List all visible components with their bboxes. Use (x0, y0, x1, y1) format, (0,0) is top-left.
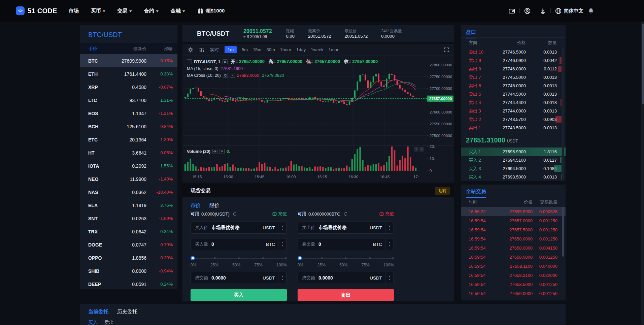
collapse-icon[interactable]: − (187, 59, 192, 64)
tab-history-orders[interactable]: 历史委托 (117, 308, 137, 315)
nav-item-交易[interactable]: 交易 (117, 8, 132, 14)
market-row-NEO[interactable]: NEO11.9900-1.40% (80, 172, 177, 186)
ma-cross-gear-icon[interactable] (223, 73, 228, 78)
tab-limit-price[interactable]: 限价 (209, 202, 219, 209)
market-row-BCH[interactable]: BCH125.6100-0.84% (80, 120, 177, 133)
percent-label-100%[interactable]: 100% (383, 263, 394, 267)
sell-recharge-link[interactable]: 充值 (379, 211, 394, 217)
ma-cross-close-icon[interactable]: × (230, 73, 235, 78)
interval-1hour[interactable]: 1hour (280, 47, 291, 52)
percent-label-100%[interactable]: 100% (276, 263, 287, 267)
subtab-buy[interactable]: 买入 (88, 320, 98, 325)
buy-slider-handle[interactable] (191, 256, 195, 260)
sell-price-stepper[interactable]: ▲▼ (385, 222, 394, 233)
percent-label-50%[interactable]: 50% (232, 263, 240, 267)
subtab-sell[interactable]: 卖出 (104, 320, 114, 325)
sell-qty-input[interactable] (318, 241, 370, 247)
buy-qty-input[interactable] (211, 241, 263, 247)
bid-row-3[interactable]: 买入 327694.50000.1084 (461, 164, 566, 173)
market-row-ELA[interactable]: ELA1.19193.76% (80, 199, 177, 212)
logo[interactable]: <> 51 CODE (16, 6, 57, 15)
nav-item-合约[interactable]: 合约 (144, 8, 159, 14)
indicator-icon[interactable] (199, 47, 204, 53)
percent-label-0%[interactable]: 0% (298, 263, 303, 267)
download-icon[interactable] (540, 8, 546, 14)
bid-row-1[interactable]: 买入 127695.99001.8116 (461, 148, 566, 156)
market-row-ETH[interactable]: ETH1761.44000.38% (80, 67, 177, 80)
bid-row-4[interactable]: 买入 427693.50000.0013 (461, 173, 566, 181)
ask-row-8[interactable]: 卖出 327744.00000.0013 (461, 107, 566, 115)
market-row-DOGE[interactable]: DOGE0.0747-0.70% (80, 238, 177, 251)
promo-button[interactable]: 领$1000 (197, 8, 225, 14)
realtime-tab[interactable]: 实时 (210, 47, 219, 53)
buy-total-input[interactable] (211, 275, 260, 281)
legend-gear-icon[interactable] (223, 59, 228, 64)
tab-market-price[interactable]: 市价 (191, 202, 201, 209)
interval-1week[interactable]: 1week (311, 47, 324, 52)
market-row-DEEP[interactable]: DEEP0.05910.24% (80, 278, 177, 289)
transfer-button[interactable]: 划转 (435, 187, 450, 195)
sell-slider-handle[interactable] (298, 256, 302, 260)
buy-price-input[interactable] (211, 225, 260, 230)
interval-5m[interactable]: 5m (242, 47, 248, 52)
market-row-BTC[interactable]: BTC27609.9900-0.15% (80, 54, 177, 67)
percent-label-75%[interactable]: 75% (362, 263, 370, 267)
percent-label-50%[interactable]: 50% (339, 263, 347, 267)
language-switcher[interactable]: 简体中文 (555, 8, 583, 14)
sell-percent-slider[interactable] (298, 256, 394, 260)
nav-item-买币[interactable]: 买币 (91, 8, 105, 14)
page-scrollbar-thumb[interactable] (642, 24, 644, 104)
percent-label-25%[interactable]: 25% (317, 263, 326, 267)
market-row-HT[interactable]: HT3.6641-0.05% (80, 146, 177, 159)
chart-settings-gear-icon[interactable] (188, 47, 193, 53)
ask-row-1[interactable]: 卖出 1027746.50000.0013 (461, 48, 566, 56)
market-row-SHIB[interactable]: SHIB0.0000-0.94% (80, 264, 177, 278)
nav-item-市场[interactable]: 市场 (69, 8, 79, 14)
percent-label-0%[interactable]: 0% (191, 263, 196, 267)
buy-recharge-link[interactable]: 充值 (272, 211, 287, 217)
sell-price-input[interactable] (318, 225, 367, 230)
buy-total-stepper[interactable]: ▲▼ (278, 272, 286, 284)
market-row-IOTA[interactable]: IOTA0.20921.55% (80, 159, 177, 172)
ask-row-6[interactable]: 卖出 527744.50000.0013 (461, 90, 566, 98)
volume-close-icon[interactable]: × (219, 149, 225, 154)
order-book-title[interactable]: 盘口 (466, 29, 476, 38)
pane-up-icon[interactable]: ↑ (414, 147, 418, 152)
market-row-OPPO[interactable]: OPPO1.8856-0.39% (80, 251, 177, 264)
bid-row-2[interactable]: 买入 227694.51000.0127 (461, 156, 566, 164)
trades-scrollbar[interactable] (562, 207, 564, 257)
interval-1m[interactable]: 1m (225, 46, 237, 53)
user-icon[interactable] (524, 8, 531, 14)
percent-label-75%[interactable]: 75% (255, 263, 263, 267)
buy-button[interactable]: 买入 (191, 289, 287, 301)
ask-row-10[interactable]: 卖出 127743.50000.0013 (461, 124, 566, 132)
interval-1mon[interactable]: 1mon (329, 47, 340, 52)
interval-30m[interactable]: 30m (266, 47, 275, 52)
nav-item-金融[interactable]: 金融 (171, 8, 185, 14)
page-scrollbar[interactable] (641, 0, 644, 325)
wallet-icon[interactable] (509, 8, 515, 14)
market-row-EOS[interactable]: EOS1.1347-1.21% (80, 107, 177, 120)
market-row-TRX[interactable]: TRX0.06420.34% (80, 225, 177, 238)
sell-total-input[interactable] (318, 275, 367, 281)
interval-1day[interactable]: 1day (296, 47, 306, 52)
ask-row-3[interactable]: 卖出 827746.00000.0112 (461, 65, 566, 73)
market-row-LTC[interactable]: LTC93.71001.31% (80, 94, 177, 107)
buy-price-stepper[interactable]: ▲▼ (278, 222, 286, 233)
sell-total-stepper[interactable]: ▲▼ (385, 272, 394, 284)
refresh-icon[interactable] (343, 212, 348, 216)
order-book-scrollbar[interactable] (562, 48, 564, 178)
ask-row-7[interactable]: 卖出 427744.44000.0018 (461, 98, 566, 107)
trades-title[interactable]: 全站交易 (466, 188, 486, 198)
pane-down-icon[interactable]: ↓ (419, 147, 424, 152)
market-row-XRP[interactable]: XRP0.4580-0.07% (80, 80, 177, 94)
tab-current-orders[interactable]: 当前委托 (88, 308, 108, 315)
refresh-icon[interactable] (233, 212, 237, 216)
sell-button[interactable]: 卖出 (298, 289, 394, 301)
percent-label-25%[interactable]: 25% (210, 263, 218, 267)
fullscreen-icon[interactable] (444, 47, 449, 53)
interval-15m[interactable]: 15m (253, 47, 261, 52)
sell-qty-stepper[interactable]: ▲▼ (385, 238, 394, 250)
market-row-ETC[interactable]: ETC20.1364-1.30% (80, 133, 177, 146)
buy-percent-slider[interactable] (191, 256, 287, 260)
